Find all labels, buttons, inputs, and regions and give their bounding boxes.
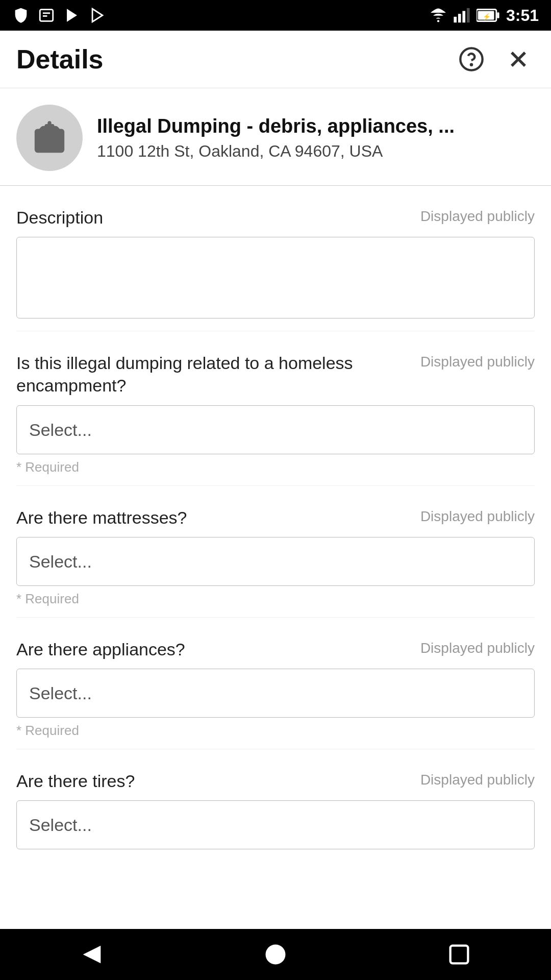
page-title: Details — [16, 44, 104, 75]
report-info: Illegal Dumping - debris, appliances, ..… — [97, 115, 535, 161]
svg-marker-19 — [83, 946, 101, 964]
description-label: Description — [16, 206, 412, 229]
home-nav-button[interactable] — [255, 934, 296, 975]
id-card-icon — [38, 7, 55, 24]
mattresses-section: Are there mattresses? Displayed publicly… — [16, 486, 535, 618]
appliances-section: Are there appliances? Displayed publicly… — [16, 618, 535, 749]
bottom-nav — [0, 929, 551, 980]
mattresses-header: Are there mattresses? Displayed publicly — [16, 506, 535, 529]
close-button[interactable] — [502, 43, 535, 76]
svg-point-20 — [266, 945, 286, 965]
svg-point-18 — [44, 134, 55, 144]
help-button[interactable] — [455, 43, 488, 76]
recent-icon — [446, 941, 472, 968]
recent-nav-button[interactable] — [439, 934, 480, 975]
status-bar: ⚡ 3:51 — [0, 0, 551, 31]
mattresses-select[interactable]: Select... Yes No — [16, 537, 535, 586]
mattresses-displayed-publicly: Displayed publicly — [420, 508, 535, 525]
battery-icon: ⚡ — [477, 7, 500, 24]
play-outline-icon — [89, 7, 106, 24]
svg-rect-21 — [450, 946, 468, 964]
shield-icon — [12, 7, 30, 24]
homeless-header: Is this illegal dumping related to a hom… — [16, 352, 535, 397]
homeless-required: * Required — [16, 459, 535, 475]
svg-rect-6 — [454, 17, 457, 22]
back-nav-button[interactable] — [71, 934, 112, 975]
homeless-select[interactable]: Select... Yes No — [16, 405, 535, 454]
help-icon — [458, 46, 485, 72]
svg-point-5 — [437, 20, 439, 22]
app-bar-actions — [455, 43, 535, 76]
home-icon — [262, 941, 289, 968]
tires-section: Are there tires? Displayed publicly Sele… — [16, 749, 535, 860]
description-input[interactable] — [16, 237, 535, 318]
appliances-label: Are there appliances? — [16, 638, 412, 660]
svg-rect-7 — [458, 14, 461, 22]
play-icon — [63, 7, 81, 24]
photo-placeholder[interactable] — [16, 105, 83, 171]
description-displayed-publicly: Displayed publicly — [420, 208, 535, 225]
svg-rect-9 — [467, 8, 470, 22]
tires-select[interactable]: Select... Yes No — [16, 800, 535, 849]
tires-label: Are there tires? — [16, 770, 412, 792]
mattresses-label: Are there mattresses? — [16, 506, 412, 529]
homeless-label: Is this illegal dumping related to a hom… — [16, 352, 412, 397]
homeless-section: Is this illegal dumping related to a hom… — [16, 331, 535, 485]
appliances-header: Are there appliances? Displayed publicly — [16, 638, 535, 660]
svg-rect-8 — [462, 11, 465, 23]
svg-text:⚡: ⚡ — [482, 13, 491, 21]
form-content: Description Displayed publicly Is this i… — [0, 186, 551, 929]
status-time: 3:51 — [506, 6, 539, 25]
app-bar: Details — [0, 31, 551, 88]
status-bar-left — [12, 7, 106, 24]
tires-header: Are there tires? Displayed publicly — [16, 770, 535, 792]
appliances-required: * Required — [16, 723, 535, 739]
mattresses-required: * Required — [16, 591, 535, 607]
svg-marker-4 — [92, 9, 103, 22]
svg-rect-12 — [497, 12, 499, 18]
svg-marker-3 — [67, 9, 77, 22]
description-section: Description Displayed publicly — [16, 186, 535, 331]
close-icon — [505, 46, 532, 72]
appliances-displayed-publicly: Displayed publicly — [420, 640, 535, 656]
back-icon — [79, 941, 105, 968]
report-address: 1100 12th St, Oakland, CA 94607, USA — [97, 142, 535, 161]
status-bar-right: ⚡ 3:51 — [430, 6, 539, 25]
description-header: Description Displayed publicly — [16, 206, 535, 229]
signal-icon — [453, 7, 470, 24]
report-header: Illegal Dumping - debris, appliances, ..… — [0, 88, 551, 186]
homeless-displayed-publicly: Displayed publicly — [420, 354, 535, 370]
appliances-select[interactable]: Select... Yes No — [16, 669, 535, 718]
add-photo-icon — [32, 120, 67, 156]
wifi-icon — [430, 7, 447, 24]
tires-displayed-publicly: Displayed publicly — [420, 772, 535, 788]
report-title: Illegal Dumping - debris, appliances, ..… — [97, 115, 535, 138]
